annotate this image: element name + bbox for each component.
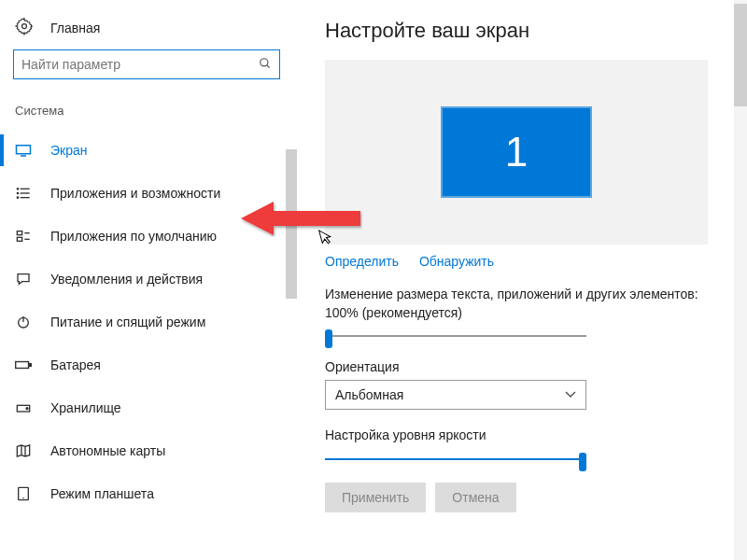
home-link[interactable]: Главная (0, 13, 297, 49)
nav-label: Хранилище (50, 400, 121, 415)
nav-item-tablet-mode[interactable]: Режим планшета (0, 472, 297, 515)
slider-thumb[interactable] (325, 329, 332, 348)
main-scrollbar-thumb[interactable] (734, 4, 747, 106)
nav-item-display[interactable]: Экран (0, 129, 297, 172)
detect-link[interactable]: Обнаружить (419, 254, 494, 269)
svg-point-10 (17, 197, 18, 198)
svg-rect-17 (16, 362, 29, 369)
svg-rect-11 (17, 231, 21, 235)
scaling-block: Изменение размера текста, приложений и д… (325, 286, 725, 343)
chevron-down-icon (565, 390, 576, 400)
display-links: Определить Обнаружить (325, 254, 725, 269)
slider-track (325, 458, 586, 460)
gear-icon (15, 17, 34, 38)
tablet-icon (15, 485, 32, 502)
search-input-container[interactable] (13, 49, 280, 79)
orientation-label: Ориентация (325, 359, 725, 374)
svg-rect-3 (17, 146, 31, 154)
apply-cancel-row: Применить Отмена (325, 483, 725, 512)
main-panel: Настройте ваш экран 1 Определить Обнаруж… (297, 0, 747, 560)
svg-line-2 (267, 64, 270, 67)
svg-rect-18 (29, 364, 31, 367)
svg-point-0 (22, 24, 27, 29)
scaling-slider[interactable] (325, 329, 586, 343)
nav-list: Экран Приложения и возможности Приложени… (0, 129, 297, 515)
search-icon (259, 57, 272, 73)
search-input[interactable] (21, 57, 259, 72)
settings-sidebar: Главная Система Экран Прил (0, 0, 297, 560)
home-label: Главная (50, 21, 100, 35)
battery-icon (15, 357, 32, 373)
defaults-icon (15, 228, 32, 245)
monitor-tile[interactable]: 1 (441, 106, 592, 198)
nav-label: Автономные карты (50, 443, 165, 458)
svg-point-1 (261, 58, 268, 65)
storage-icon (15, 399, 32, 416)
nav-item-notifications[interactable]: Уведомления и действия (0, 258, 297, 301)
nav-label: Питание и спящий режим (50, 315, 205, 329)
nav-item-storage[interactable]: Хранилище (0, 386, 297, 429)
svg-point-20 (26, 408, 28, 410)
nav-item-default-apps[interactable]: Приложения по умолчанию (0, 215, 297, 258)
map-icon (15, 442, 32, 459)
svg-point-8 (17, 189, 18, 189)
nav-item-apps-features[interactable]: Приложения и возможности (0, 172, 297, 215)
slider-thumb[interactable] (579, 453, 586, 471)
slider-track (325, 335, 586, 337)
section-label: Система (0, 92, 297, 129)
orientation-block: Ориентация Альбомная (325, 359, 725, 410)
cancel-button[interactable]: Отмена (435, 483, 515, 512)
nav-item-offline-maps[interactable]: Автономные карты (0, 429, 297, 472)
nav-label: Приложения по умолчанию (50, 229, 217, 244)
dropdown-value: Альбомная (335, 387, 403, 402)
brightness-label: Настройка уровня яркости (325, 427, 725, 445)
svg-point-9 (17, 192, 18, 193)
nav-label: Уведомления и действия (50, 272, 203, 287)
nav-label: Батарея (50, 357, 101, 372)
nav-item-battery[interactable]: Батарея (0, 343, 297, 386)
brightness-block: Настройка уровня яркости (325, 427, 725, 466)
list-icon (15, 185, 32, 202)
monitor-number: 1 (505, 129, 528, 175)
scaling-description: Изменение размера текста, приложений и д… (325, 286, 725, 322)
power-icon (15, 314, 32, 330)
nav-item-power-sleep[interactable]: Питание и спящий режим (0, 301, 297, 343)
monitor-icon (15, 142, 32, 159)
nav-label: Режим планшета (50, 486, 154, 501)
sidebar-scrollbar-thumb[interactable] (286, 149, 297, 299)
nav-label: Экран (50, 143, 88, 158)
chat-icon (15, 271, 32, 287)
orientation-dropdown[interactable]: Альбомная (325, 380, 586, 410)
svg-rect-12 (17, 237, 21, 241)
nav-label: Приложения и возможности (50, 186, 220, 201)
display-arrangement-box[interactable]: 1 (325, 60, 708, 245)
page-title: Настройте ваш экран (325, 19, 725, 43)
brightness-slider[interactable] (325, 453, 586, 466)
identify-link[interactable]: Определить (325, 254, 399, 269)
apply-button[interactable]: Применить (325, 483, 426, 512)
